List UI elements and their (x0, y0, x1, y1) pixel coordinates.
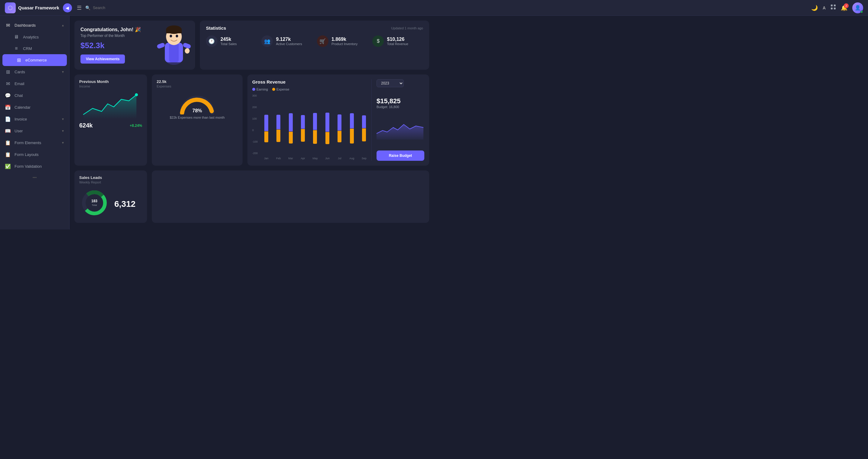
hamburger-button[interactable]: ☰ (77, 4, 82, 11)
form-validation-label: Form Validation (14, 164, 64, 169)
y-axis: 300 200 100 0 -100 -200 (252, 94, 258, 155)
product-inventory-icon: 🛒 (317, 35, 329, 47)
y-label-neg100: -100 (252, 140, 258, 143)
navbar-logo: ⬡ Quasar Framework (5, 2, 59, 13)
budget-info: $15,825 Budget: 16,800 (376, 97, 424, 109)
budget-label: Budget: 16,800 (376, 105, 424, 109)
logo-icon: ⬡ (5, 2, 16, 13)
svg-text:78%: 78% (192, 108, 202, 113)
analytics-label: Analytics (23, 35, 64, 39)
sales-leads-value: 6,312 (114, 199, 135, 209)
sidebar-item-invoice[interactable]: 📄 Invoice ▼ (0, 113, 69, 125)
navbar: ⬡ Quasar Framework ◀ ☰ 🔍 🌙 A 🔔 2 👤 (0, 0, 434, 16)
invoice-label: Invoice (14, 117, 58, 121)
total-revenue-value: $10,126 (387, 37, 408, 42)
cards-label: Cards (14, 69, 58, 74)
income-value: 624k (79, 122, 93, 129)
expenses-title: 22.5k (157, 79, 238, 84)
income-change: +8.24% (130, 123, 142, 128)
previous-month-card: Previous Month Income (74, 75, 147, 166)
svg-rect-9 (166, 30, 182, 33)
expense-label: Expense (276, 87, 289, 91)
bar-down-6 (326, 132, 329, 144)
app-layout: ✉ Dashboards ▲ 🖥 Analytics ≡ CRM ⊞ eComm… (0, 16, 434, 229)
search-input[interactable] (93, 5, 153, 10)
sales-leads-value-container: 6,312 (114, 197, 135, 209)
additional-content-card (152, 170, 429, 223)
bar-up-6 (326, 113, 329, 132)
sidebar-item-calendar[interactable]: 📅 Calendar (0, 102, 69, 113)
sales-leads-card: Sales Leads Weekly Report 183 Total 6, (74, 170, 147, 223)
sidebar-item-user[interactable]: 📖 User ▼ (0, 125, 69, 137)
y-label-100: 100 (252, 117, 258, 120)
sidebar-item-email[interactable]: ✉ Email (0, 78, 69, 90)
raise-budget-button[interactable]: Raise Budget (376, 150, 424, 161)
svg-rect-13 (182, 42, 191, 49)
year-select-container: 2023 2022 2021 (376, 79, 424, 87)
sales-leads-title: Sales Leads (79, 175, 142, 180)
svg-point-10 (170, 35, 172, 37)
legend-earning: Earning (252, 87, 268, 91)
bar-down-7 (338, 131, 341, 142)
bar-x-label-4: Apr (301, 157, 305, 160)
bar-group-5: May (310, 101, 320, 160)
previous-month-subtitle: Income (79, 84, 142, 88)
active-customers-icon: 👥 (261, 35, 273, 47)
stats-header: Statistics Updated 1 month ago (206, 25, 423, 31)
bar-x-label-9: Sep (362, 157, 367, 160)
bar-x-label-5: May (312, 157, 317, 160)
product-inventory-label: Product Inventory (332, 42, 358, 46)
earning-dot (252, 88, 255, 91)
bar-x-label-7: Jul (338, 157, 341, 160)
svg-rect-12 (156, 42, 165, 49)
active-customers-info: 9.127k Active Customers (276, 37, 302, 46)
crm-icon: ≡ (13, 46, 19, 51)
mini-area-chart (376, 118, 424, 141)
active-customers-value: 9.127k (276, 37, 302, 42)
invoice-arrow-icon: ▼ (61, 117, 64, 121)
sidebar-toggle-button[interactable]: ◀ (63, 3, 72, 12)
view-achievements-button[interactable]: View Achievements (81, 55, 125, 64)
svg-text:Total: Total (92, 204, 97, 206)
search-icon: 🔍 (85, 5, 90, 10)
stats-updated: Updated 1 month ago (391, 26, 423, 30)
bar-group-7: Jul (335, 101, 344, 160)
cards-arrow-icon: ▼ (61, 70, 64, 74)
sidebar-more: ••• (0, 172, 69, 183)
dashboards-icon: ✉ (5, 22, 11, 28)
total-revenue-label: Total Revenue (387, 42, 408, 46)
income-chart (79, 92, 142, 119)
svg-rect-6 (169, 43, 179, 62)
sidebar-item-form-validation[interactable]: ✅ Form Validation (0, 161, 69, 172)
sidebar-item-form-layouts[interactable]: 📋 Form Layouts (0, 149, 69, 161)
bar-down-4 (301, 129, 305, 142)
form-layouts-icon: 📋 (5, 152, 11, 157)
bar-up-7 (338, 114, 341, 131)
bar-x-label-3: Mar (288, 157, 293, 160)
bar-chart: 300 200 100 0 -100 -200 JanFebMarAprMayJ… (252, 94, 371, 161)
sidebar-item-crm[interactable]: ≡ CRM (0, 43, 69, 54)
ecommerce-icon: ⊞ (16, 57, 22, 63)
expense-dot (272, 88, 275, 91)
expenses-subtitle: Expenses (157, 84, 238, 88)
sidebar-item-chat[interactable]: 💬 Chat (0, 90, 69, 102)
sidebar-item-ecommerce[interactable]: ⊞ eCommerce (2, 54, 67, 66)
sidebar-item-analytics[interactable]: 🖥 Analytics (0, 31, 69, 43)
sidebar-item-cards[interactable]: ⊞ Cards ▼ (0, 66, 69, 78)
bar-group-4: Apr (298, 101, 308, 160)
invoice-icon: 📄 (5, 116, 11, 122)
y-label-300: 300 (252, 94, 258, 97)
calendar-label: Calendar (14, 105, 64, 110)
sidebar-section-dashboards[interactable]: ✉ Dashboards ▲ (0, 19, 69, 31)
search-box: 🔍 (85, 5, 434, 10)
gross-right-panel: 2023 2022 2021 $15,825 Budget: 16,800 (371, 79, 424, 161)
expenses-note: $22k Expenses more than last month (170, 116, 225, 119)
bar-up-4 (301, 115, 305, 129)
svg-text:183: 183 (91, 199, 97, 203)
sidebar-item-form-elements[interactable]: 📋 Form Elements ▼ (0, 137, 69, 149)
expenses-card: 22.5k Expenses 78% $22k Expenses more th… (152, 75, 243, 166)
bar-up-1 (264, 115, 268, 131)
stats-grid: 🕐 245k Total Sales 👥 9.127k Active Custo… (206, 35, 423, 47)
analytics-icon: 🖥 (13, 34, 19, 40)
year-select[interactable]: 2023 2022 2021 (376, 79, 404, 87)
